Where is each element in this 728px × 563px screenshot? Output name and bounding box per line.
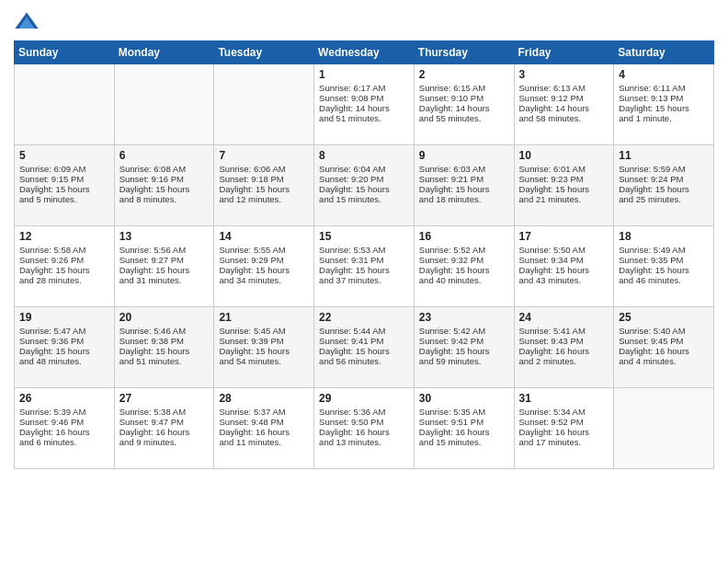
calendar-cell: 1Sunrise: 6:17 AMSunset: 9:08 PMDaylight… (314, 64, 415, 145)
day-info-line: Daylight: 14 hours (419, 103, 509, 113)
calendar-cell (114, 64, 214, 145)
day-info-line: Sunset: 9:38 PM (119, 336, 210, 346)
page-header (14, 9, 714, 35)
day-info-line: Sunrise: 6:11 AM (619, 83, 709, 93)
day-info-line: Daylight: 16 hours (519, 346, 609, 356)
day-number: 15 (319, 230, 409, 243)
calendar-cell (614, 388, 714, 469)
day-info-line: and 13 minutes. (319, 437, 409, 447)
day-number: 14 (219, 230, 309, 243)
day-number: 8 (319, 149, 409, 162)
day-info-line: and 34 minutes. (219, 275, 309, 285)
day-number: 11 (619, 149, 709, 162)
day-info-line: and 12 minutes. (219, 194, 309, 204)
calendar-cell: 7Sunrise: 6:06 AMSunset: 9:18 PMDaylight… (214, 145, 314, 226)
calendar-cell: 15Sunrise: 5:53 AMSunset: 9:31 PMDayligh… (314, 226, 415, 307)
day-info-line: Daylight: 15 hours (319, 184, 409, 194)
day-info-line: Sunset: 9:43 PM (519, 336, 609, 346)
day-info-line: Daylight: 15 hours (219, 346, 309, 356)
day-number: 29 (319, 392, 409, 405)
day-info-line: and 17 minutes. (519, 437, 609, 447)
day-info-line: Sunrise: 6:13 AM (519, 83, 609, 93)
day-info-line: Sunrise: 5:37 AM (219, 407, 309, 417)
day-info-line: Sunset: 9:41 PM (319, 336, 409, 346)
day-info-line: Daylight: 15 hours (19, 265, 109, 275)
day-info-line: and 37 minutes. (319, 275, 409, 285)
day-info-line: and 8 minutes. (119, 194, 210, 204)
day-info-line: and 58 minutes. (519, 113, 609, 123)
calendar-cell: 19Sunrise: 5:47 AMSunset: 9:36 PMDayligh… (15, 307, 115, 388)
day-number: 31 (519, 392, 609, 405)
day-number: 23 (419, 311, 509, 324)
day-number: 30 (419, 392, 509, 405)
calendar-cell: 14Sunrise: 5:55 AMSunset: 9:29 PMDayligh… (214, 226, 314, 307)
day-info-line: Sunrise: 5:52 AM (419, 245, 509, 255)
day-info-line: and 55 minutes. (419, 113, 509, 123)
calendar-cell: 2Sunrise: 6:15 AMSunset: 9:10 PMDaylight… (414, 64, 514, 145)
day-info-line: Sunrise: 5:39 AM (19, 407, 109, 417)
day-info-line: Sunrise: 5:40 AM (619, 326, 709, 336)
calendar-week-row: 19Sunrise: 5:47 AMSunset: 9:36 PMDayligh… (15, 307, 714, 388)
day-info-line: and 11 minutes. (219, 437, 309, 447)
day-number: 2 (419, 68, 509, 81)
calendar-cell: 26Sunrise: 5:39 AMSunset: 9:46 PMDayligh… (15, 388, 115, 469)
day-info-line: and 5 minutes. (19, 194, 109, 204)
calendar-cell: 3Sunrise: 6:13 AMSunset: 9:12 PMDaylight… (514, 64, 614, 145)
day-info-line: and 51 minutes. (319, 113, 409, 123)
day-info-line: Daylight: 15 hours (319, 265, 409, 275)
day-info-line: Daylight: 15 hours (319, 346, 409, 356)
weekday-header-wednesday: Wednesday (314, 41, 415, 64)
day-info-line: Sunset: 9:45 PM (619, 336, 709, 346)
day-info-line: Sunset: 9:48 PM (219, 417, 309, 427)
day-info-line: Sunset: 9:21 PM (419, 174, 509, 184)
calendar-week-row: 1Sunrise: 6:17 AMSunset: 9:08 PMDaylight… (15, 64, 714, 145)
calendar-cell: 12Sunrise: 5:58 AMSunset: 9:26 PMDayligh… (15, 226, 115, 307)
calendar-week-row: 26Sunrise: 5:39 AMSunset: 9:46 PMDayligh… (15, 388, 714, 469)
day-info-line: Sunrise: 5:45 AM (219, 326, 309, 336)
calendar-week-row: 5Sunrise: 6:09 AMSunset: 9:15 PMDaylight… (15, 145, 714, 226)
day-number: 7 (219, 149, 309, 162)
day-info-line: and 59 minutes. (419, 356, 509, 366)
day-number: 5 (19, 149, 109, 162)
day-info-line: and 28 minutes. (19, 275, 109, 285)
day-number: 17 (519, 230, 609, 243)
day-info-line: Sunset: 9:20 PM (319, 174, 409, 184)
logo (14, 9, 43, 35)
day-info-line: Sunrise: 5:35 AM (419, 407, 509, 417)
weekday-header-sunday: Sunday (15, 41, 115, 64)
day-info-line: Sunset: 9:36 PM (19, 336, 109, 346)
day-info-line: Sunrise: 5:38 AM (119, 407, 210, 417)
day-info-line: Sunrise: 5:56 AM (119, 245, 210, 255)
day-info-line: Sunrise: 6:17 AM (319, 83, 409, 93)
weekday-header-thursday: Thursday (414, 41, 514, 64)
day-info-line: and 4 minutes. (619, 356, 709, 366)
calendar-cell: 24Sunrise: 5:41 AMSunset: 9:43 PMDayligh… (514, 307, 614, 388)
calendar-cell: 6Sunrise: 6:08 AMSunset: 9:16 PMDaylight… (114, 145, 214, 226)
day-info-line: Sunset: 9:10 PM (419, 93, 509, 103)
calendar-cell: 23Sunrise: 5:42 AMSunset: 9:42 PMDayligh… (414, 307, 514, 388)
day-info-line: Daylight: 15 hours (119, 346, 210, 356)
day-info-line: Daylight: 15 hours (519, 265, 609, 275)
calendar-cell: 29Sunrise: 5:36 AMSunset: 9:50 PMDayligh… (314, 388, 415, 469)
calendar-cell: 27Sunrise: 5:38 AMSunset: 9:47 PMDayligh… (114, 388, 214, 469)
day-info-line: Daylight: 15 hours (519, 184, 609, 194)
calendar-cell: 30Sunrise: 5:35 AMSunset: 9:51 PMDayligh… (414, 388, 514, 469)
calendar-cell (15, 64, 115, 145)
calendar-header-row: SundayMondayTuesdayWednesdayThursdayFrid… (15, 41, 714, 64)
day-info-line: Sunset: 9:46 PM (19, 417, 109, 427)
calendar-cell: 25Sunrise: 5:40 AMSunset: 9:45 PMDayligh… (614, 307, 714, 388)
day-info-line: Daylight: 15 hours (19, 184, 109, 194)
day-info-line: Sunrise: 5:44 AM (319, 326, 409, 336)
day-info-line: Sunset: 9:50 PM (319, 417, 409, 427)
weekday-header-saturday: Saturday (614, 41, 714, 64)
day-info-line: Sunrise: 5:34 AM (519, 407, 609, 417)
day-info-line: Sunrise: 5:53 AM (319, 245, 409, 255)
day-info-line: Sunset: 9:32 PM (419, 255, 509, 265)
day-info-line: Daylight: 15 hours (419, 346, 509, 356)
day-info-line: Daylight: 16 hours (519, 427, 609, 437)
day-number: 26 (19, 392, 109, 405)
day-number: 28 (219, 392, 309, 405)
day-number: 25 (619, 311, 709, 324)
day-info-line: Sunset: 9:16 PM (119, 174, 210, 184)
day-info-line: Sunrise: 6:04 AM (319, 164, 409, 174)
